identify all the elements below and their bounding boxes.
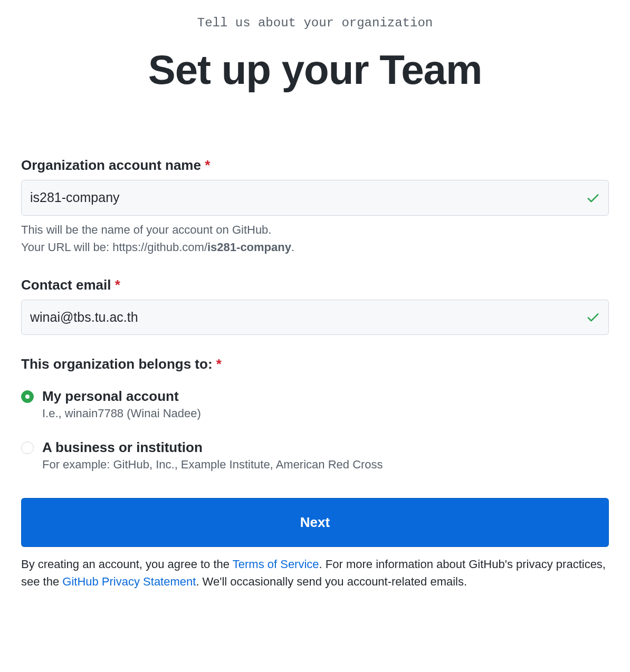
radio-option-business[interactable]: A business or institution For example: G… (21, 439, 609, 472)
page-header: Tell us about your organization Set up y… (21, 16, 609, 94)
radio-input-personal[interactable] (21, 390, 34, 403)
terms-of-service-link[interactable]: Terms of Service (233, 558, 319, 571)
required-indicator: * (115, 277, 120, 293)
required-indicator: * (205, 157, 210, 173)
required-indicator: * (216, 356, 222, 372)
belongs-to-label: This organization belongs to: * (21, 356, 609, 372)
check-icon (586, 310, 600, 324)
org-name-helper: This will be the name of your account on… (21, 221, 609, 256)
belongs-to-radio-group: My personal account I.e., winain7788 (Wi… (21, 388, 609, 472)
org-name-helper-line1: This will be the name of your account on… (21, 221, 609, 238)
email-input[interactable] (21, 300, 609, 335)
radio-title-business: A business or institution (42, 439, 609, 456)
radio-desc-business: For example: GitHub, Inc., Example Insti… (42, 458, 609, 472)
org-name-url-prefix: Your URL will be: https://github.com/ (21, 241, 207, 254)
org-name-helper-line2: Your URL will be: https://github.com/is2… (21, 238, 609, 256)
next-button[interactable]: Next (21, 498, 609, 547)
legal-part1: By creating an account, you agree to the (21, 558, 233, 571)
radio-desc-personal: I.e., winain7788 (Winai Nadee) (42, 407, 609, 420)
page-title: Set up your Team (21, 46, 609, 94)
org-name-group: Organization account name * This will be… (21, 157, 609, 256)
radio-content-business: A business or institution For example: G… (42, 439, 609, 472)
check-icon (586, 190, 600, 205)
legal-text: By creating an account, you agree to the… (21, 555, 609, 590)
radio-content-personal: My personal account I.e., winain7788 (Wi… (42, 388, 609, 420)
radio-option-personal[interactable]: My personal account I.e., winain7788 (Wi… (21, 388, 609, 420)
radio-title-personal: My personal account (42, 388, 609, 405)
email-label: Contact email * (21, 277, 609, 293)
legal-part3: . We'll occasionally send you account-re… (196, 575, 467, 588)
org-name-label: Organization account name * (21, 157, 609, 174)
org-name-input-wrapper (21, 180, 609, 216)
org-name-label-text: Organization account name (21, 157, 201, 173)
org-name-url-slug: is281-company (207, 241, 291, 254)
org-name-input[interactable] (21, 180, 609, 216)
email-label-text: Contact email (21, 277, 111, 293)
email-input-wrapper (21, 300, 609, 335)
page-subtitle: Tell us about your organization (21, 16, 609, 30)
org-name-url-suffix: . (291, 241, 294, 254)
email-group: Contact email * (21, 277, 609, 335)
radio-input-business[interactable] (21, 441, 34, 454)
privacy-statement-link[interactable]: GitHub Privacy Statement (62, 575, 196, 588)
belongs-to-group: This organization belongs to: * My perso… (21, 356, 609, 472)
belongs-to-label-text: This organization belongs to: (21, 356, 213, 372)
